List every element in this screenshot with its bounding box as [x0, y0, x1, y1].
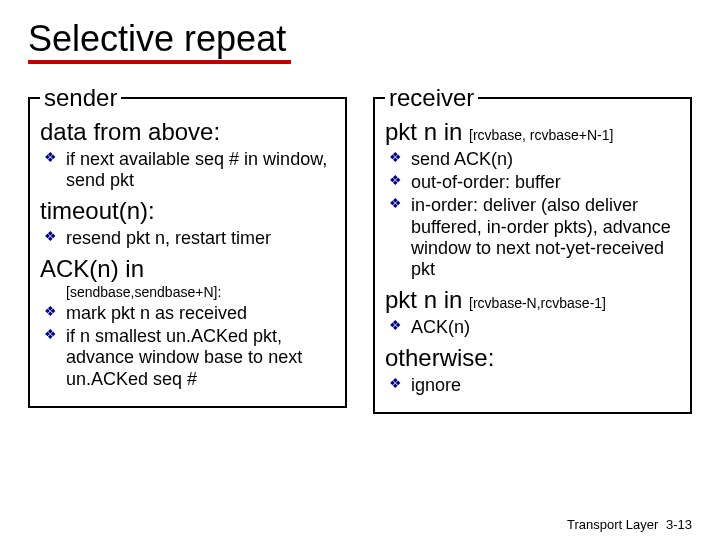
receiver-list-2: ACK(n) [385, 317, 680, 338]
list-item: out-of-order: buffer [385, 172, 680, 193]
receiver-list-3: ignore [385, 375, 680, 396]
receiver-box: receiver pkt n in [rcvbase, rcvbase+N-1]… [373, 84, 692, 414]
sender-list-1: if next available seq # in window, send … [40, 149, 335, 191]
sender-heading-ack: ACK(n) in [40, 255, 335, 284]
receiver-column: receiver pkt n in [rcvbase, rcvbase+N-1]… [373, 84, 692, 414]
slide-title: Selective repeat [28, 18, 692, 60]
list-item: ACK(n) [385, 317, 680, 338]
receiver-heading-2: pkt n in [rcvbase-N,rcvbase-1] [385, 286, 680, 315]
sender-list-2: resend pkt n, restart timer [40, 228, 335, 249]
receiver-list-1: send ACK(n) out-of-order: buffer in-orde… [385, 149, 680, 280]
sender-ack-range: [sendbase,sendbase+N]: [40, 284, 335, 301]
sender-heading-data: data from above: [40, 118, 335, 147]
sender-legend: sender [40, 84, 121, 112]
footer-page: 3-13 [666, 517, 692, 532]
sender-box: sender data from above: if next availabl… [28, 84, 347, 408]
footer: Transport Layer 3-13 [567, 517, 692, 532]
list-item: in-order: deliver (also deliver buffered… [385, 195, 680, 280]
receiver-heading-3: otherwise: [385, 344, 680, 373]
receiver-h2-range: [rcvbase-N,rcvbase-1] [469, 295, 606, 311]
list-item: if n smallest un.ACKed pkt, advance wind… [40, 326, 335, 390]
list-item: mark pkt n as received [40, 303, 335, 324]
list-item: send ACK(n) [385, 149, 680, 170]
receiver-legend: receiver [385, 84, 478, 112]
footer-label: Transport Layer [567, 517, 658, 532]
list-item: if next available seq # in window, send … [40, 149, 335, 191]
list-item: resend pkt n, restart timer [40, 228, 335, 249]
sender-heading-timeout: timeout(n): [40, 197, 335, 226]
receiver-h1-text: pkt n in [385, 118, 469, 145]
list-item: ignore [385, 375, 680, 396]
receiver-h1-range: [rcvbase, rcvbase+N-1] [469, 127, 613, 143]
receiver-heading-1: pkt n in [rcvbase, rcvbase+N-1] [385, 118, 680, 147]
columns: sender data from above: if next availabl… [28, 84, 692, 414]
sender-list-3: mark pkt n as received if n smallest un.… [40, 303, 335, 390]
receiver-h2-text: pkt n in [385, 286, 469, 313]
sender-column: sender data from above: if next availabl… [28, 84, 347, 414]
